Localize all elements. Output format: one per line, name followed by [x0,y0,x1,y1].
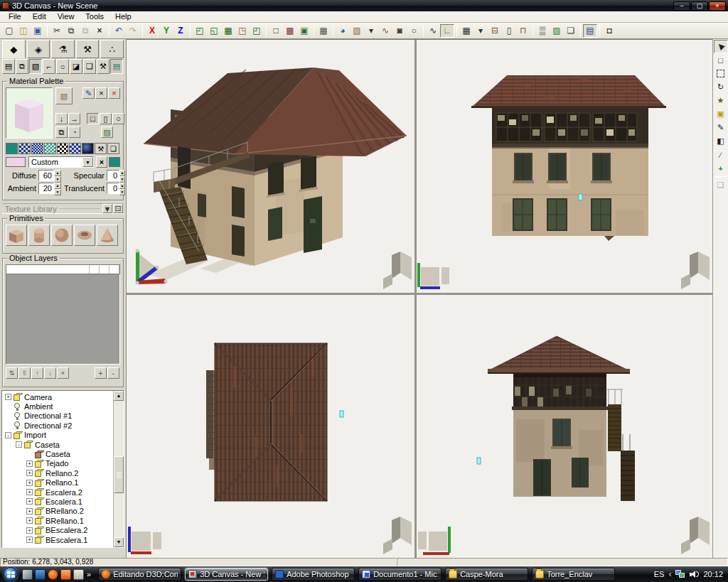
axis-y[interactable]: Y [159,24,173,38]
textured-view[interactable]: ▩ [283,24,297,38]
extrude[interactable]: ⌐ [43,59,55,74]
primitive-cube[interactable] [6,225,27,246]
menu-help[interactable]: Help [109,11,137,22]
quicklaunch-mail-icon[interactable] [60,569,71,580]
tree-item-bescalera-1[interactable]: +BEscalera.1 [4,535,124,544]
taskbar-button-photoshop[interactable]: Adobe Photoshop ... [272,568,355,581]
viewport-front[interactable] [417,40,712,293]
delete-material[interactable]: × [108,87,120,99]
menu-view[interactable]: View [52,11,80,22]
fill-bucket[interactable]: ◧ [714,134,728,148]
volume-icon[interactable] [690,570,699,578]
eyedropper[interactable]: ∕ [714,148,728,161]
spin-down-icon[interactable]: ▼ [54,189,61,195]
taskbar-button-folder[interactable]: Torre_Enclav [532,568,615,581]
tree-item-import[interactable]: -Import [4,431,124,440]
material-box[interactable]: ▧ [350,24,364,38]
path-curve[interactable]: ∿ [426,24,440,38]
tab-hierarchy[interactable]: ∴ [100,40,124,58]
current-color-chip[interactable] [6,157,26,167]
axis-x[interactable]: X [145,24,159,38]
swatch-checker-blue-3[interactable] [69,143,81,154]
light[interactable]: ○ [56,59,69,74]
paint-brush[interactable]: ✎ [714,121,728,134]
snap-grid[interactable]: ▦ [316,24,331,38]
copy-material[interactable]: ⧉ [55,126,68,138]
spin-down-icon[interactable]: ▼ [119,176,125,183]
swatch-clipboard-swatch[interactable]: ❏ [107,143,119,154]
clone-stack[interactable]: ❏ [714,178,728,192]
wood-cube[interactable]: ▧ [29,59,42,74]
swatch-solid-teal[interactable] [6,143,18,154]
viewport-top[interactable] [127,295,414,558]
maximize-button[interactable]: ▢ [691,1,708,11]
tree-toggle-icon[interactable]: + [26,489,33,495]
taskbar-button-firefox[interactable]: Editando D3D:Con... [98,568,181,581]
snapshot[interactable]: ◘ [602,24,616,38]
quicklaunch-calendar-icon[interactable] [73,569,84,580]
layout-single[interactable]: ◰ [193,24,207,38]
scene-tree-scrollbar[interactable]: ▲ ▼ [113,391,124,547]
remove-layer[interactable]: - [107,367,119,379]
vehicle[interactable]: ⊟ [488,24,502,38]
redo[interactable]: ↷ [126,24,140,38]
archive[interactable]: ▤ [2,59,15,74]
viewport-side[interactable] [417,295,712,558]
apply-down[interactable]: ↓ [55,113,68,124]
field-diffuse[interactable]: 60▲▼ [38,170,64,181]
material-dropdown[interactable]: ▾ [364,24,378,38]
render[interactable]: ◕ [336,24,350,38]
move-down[interactable]: ↓ [44,367,56,379]
fog[interactable]: ▒ [535,24,550,38]
field-translucent[interactable]: 0▲▼ [107,183,125,194]
rotate-tool[interactable]: ↻ [714,80,728,94]
tree-toggle-icon[interactable]: + [26,480,33,486]
tree-toggle-icon[interactable]: + [26,470,33,476]
magic-wand[interactable]: ★ [714,94,728,107]
swatch-checker-teal[interactable] [44,143,56,154]
primitive-sphere[interactable] [51,225,73,246]
mode-sphere[interactable]: ○ [112,113,124,124]
tree-toggle-icon[interactable]: + [26,537,33,543]
field-specular[interactable]: 0▲▼ [107,170,125,181]
tree-item-directional-1[interactable]: Directional #1 [4,411,124,421]
point-edit[interactable]: ▣ [714,107,728,121]
menu-edit[interactable]: Edit [27,11,52,22]
tree-item-directional-2[interactable]: Directional #2 [4,421,124,430]
tree-toggle-icon[interactable]: + [26,498,33,505]
apply-right[interactable]: → [68,113,80,124]
primitive-cone[interactable] [97,225,118,246]
scroll-down-button[interactable]: ▼ [114,537,124,547]
start-button[interactable] [4,567,18,581]
primitive-torus[interactable] [74,225,95,246]
tree-item-escalera-2[interactable]: +Escalera.2 [4,487,124,497]
scroll-up-button[interactable]: ▲ [114,391,124,401]
spin-up-icon[interactable]: ▲ [54,183,61,189]
language-indicator[interactable]: ES [654,570,665,578]
plot-axis[interactable]: ∟ [440,24,454,38]
field-ambient[interactable]: 20▲▼ [38,183,64,194]
spin-up-icon[interactable]: ▲ [119,183,125,189]
object-layers-list[interactable] [6,274,120,365]
bone[interactable]: ∿ [378,24,392,38]
stripes[interactable]: ▤ [110,59,123,74]
tag[interactable]: ◪ [70,59,82,74]
furniture[interactable]: ⊓ [516,24,530,38]
tree-item-caseta[interactable]: Caseta [4,449,124,458]
swatch-sphere-dark[interactable] [82,143,94,154]
paste[interactable]: ⧉ [78,24,92,38]
tree-item-rellano-2[interactable]: +Rellano.2 [4,468,124,478]
swatch-checker-blue-2[interactable] [31,143,43,154]
select-arrow[interactable]: ▶ [714,40,728,53]
spin-up-icon[interactable]: ▲ [119,170,125,176]
swatch-tools-swatch[interactable]: ⚒ [95,143,107,154]
scroll-thumb[interactable] [114,456,124,493]
network-icon[interactable] [675,570,685,578]
light[interactable]: ○ [407,24,421,38]
tree-item-brellano-1[interactable]: +BRellano.1 [4,516,124,525]
tree-item-rellano-1[interactable]: +Rellano.1 [4,478,124,487]
quicklaunch-firefox-icon[interactable] [48,569,58,580]
layers[interactable]: ❏ [564,24,578,38]
edit-pen[interactable]: ✎ [82,87,95,99]
quick-launch-chevron[interactable]: » [84,570,94,578]
